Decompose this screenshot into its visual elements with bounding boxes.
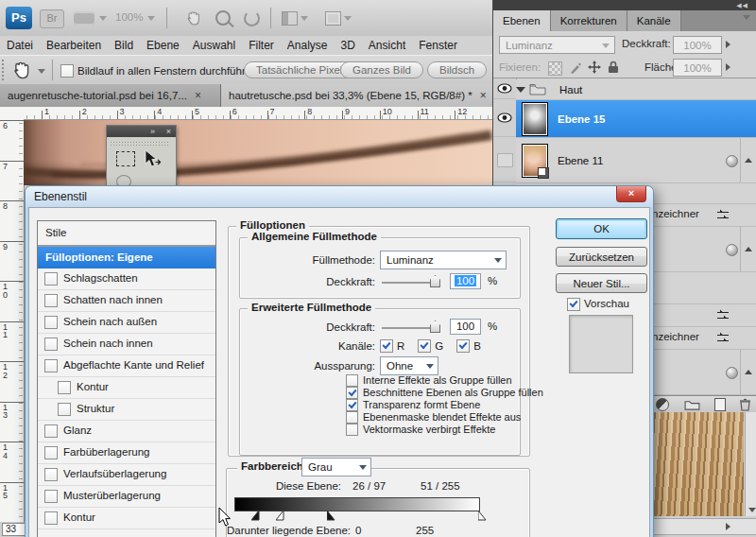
expand-group-icon[interactable] <box>516 87 525 93</box>
collapse-to-icons-icon[interactable]: ◀◀ <box>736 0 748 10</box>
zoom-tool-icon[interactable] <box>215 10 231 26</box>
panel-menu-icon[interactable] <box>743 15 750 20</box>
menu-item[interactable]: Bild <box>108 39 140 52</box>
advanced-option-checkbox[interactable] <box>346 374 358 387</box>
layer-name[interactable]: Ebene 15 <box>558 113 606 125</box>
layer-group-row[interactable]: Haut <box>516 79 756 100</box>
style-list-item[interactable]: Schlagschatten <box>38 268 215 290</box>
lock-all-icon[interactable] <box>608 61 619 74</box>
new-style-button[interactable]: Neuer Stil... <box>556 273 647 293</box>
blendif-marker[interactable] <box>478 511 487 521</box>
menu-item[interactable]: Analyse <box>281 39 335 52</box>
blend-mode-select[interactable]: Luminanz <box>380 251 507 269</box>
vertical-scrollbar[interactable] <box>745 412 756 516</box>
arrange-dropdown-icon[interactable] <box>301 16 308 21</box>
move-tool-icon[interactable] <box>143 149 163 170</box>
rotate-view-icon[interactable] <box>244 10 260 26</box>
horizontal-ruler[interactable]: 123456789101112 <box>24 107 492 120</box>
style-list-item[interactable]: Schein nach außen <box>38 312 215 334</box>
bridge-button[interactable]: Br <box>40 9 64 28</box>
lock-pixels-brush-icon[interactable] <box>569 61 582 75</box>
reset-button[interactable]: Zurücksetzen <box>556 247 647 267</box>
vertical-ruler[interactable]: 678910111213141516 <box>0 120 25 522</box>
advanced-option-row[interactable]: Interne Effekte als Gruppe füllen <box>346 374 525 387</box>
smart-filter-badge-icon[interactable] <box>726 367 738 379</box>
panel-tab[interactable]: Ebenen <box>493 10 551 31</box>
options-bar-button[interactable]: Tatsächliche Pixel <box>244 61 354 78</box>
blendif-marker[interactable] <box>276 511 284 521</box>
tool-preset-dropdown-icon[interactable] <box>38 69 45 74</box>
document-tab-active[interactable]: hautretusche.psd bei 33,3% (Ebene 15, RG… <box>221 84 492 107</box>
close-tab-icon[interactable]: × <box>480 84 487 107</box>
panel-tab[interactable]: Korrekturen <box>551 10 627 31</box>
close-panel-icon[interactable]: × <box>166 126 171 137</box>
layer-row-selected[interactable]: Ebene 15 <box>516 100 756 138</box>
menu-item[interactable]: Fenster <box>412 39 464 52</box>
marquee-tool-icon[interactable] <box>116 151 135 166</box>
style-list-item[interactable]: Struktur <box>38 399 215 421</box>
style-checkbox[interactable] <box>44 338 58 351</box>
layer-row[interactable]: Ebene 11 <box>516 138 756 183</box>
close-tab-icon[interactable]: × <box>195 84 201 107</box>
layer-fill-field[interactable]: 100% <box>673 59 722 77</box>
style-checkbox[interactable] <box>58 403 71 416</box>
lock-transparency-icon[interactable] <box>548 61 562 76</box>
advanced-option-row[interactable]: Vektormaske verbirgt Effekte <box>346 424 525 436</box>
panel-tab[interactable]: Kanäle <box>627 10 681 31</box>
layer-thumbnail[interactable] <box>522 144 548 178</box>
advanced-option-checkbox[interactable] <box>346 424 358 436</box>
layer-blend-mode-select[interactable]: Luminanz <box>499 36 615 54</box>
lock-position-icon[interactable] <box>588 61 601 74</box>
menu-item[interactable]: Datei <box>0 39 40 52</box>
style-checkbox[interactable] <box>44 294 58 307</box>
knockout-select[interactable]: Ohne <box>380 356 438 375</box>
screen-mode-dropdown-icon[interactable] <box>344 16 352 21</box>
ok-button[interactable]: OK <box>556 218 647 239</box>
dock-collapse-bar[interactable]: ◀◀ <box>493 0 756 10</box>
delete-layer-icon[interactable] <box>739 398 751 411</box>
document-canvas[interactable] <box>24 120 492 185</box>
style-checkbox[interactable] <box>58 381 71 394</box>
collapse-effects-icon[interactable] <box>745 370 752 374</box>
style-checkbox[interactable] <box>44 272 58 286</box>
styles-list-selected-item[interactable]: Fülloptionen: Eigene <box>38 247 215 268</box>
advanced-option-row[interactable]: Ebenenmaske blendet Effekte aus <box>346 411 525 424</box>
dialog-titlebar[interactable]: Ebenenstil × <box>26 186 653 207</box>
effects-collapse-column[interactable] <box>740 350 756 394</box>
channel-option[interactable]: G <box>418 339 443 353</box>
layer-opacity-field[interactable]: 100% <box>673 36 722 54</box>
style-checkbox[interactable] <box>44 511 58 525</box>
menu-item[interactable]: Bearbeiten <box>40 39 108 52</box>
palette-header[interactable]: » × <box>107 126 176 137</box>
visibility-cell-selected-layer[interactable] <box>493 99 516 137</box>
scroll-all-windows-checkbox[interactable] <box>60 64 74 78</box>
floating-tool-palette[interactable]: » × <box>106 125 177 187</box>
scroll-right-icon[interactable] <box>726 523 730 530</box>
visibility-cell-hidden-layer[interactable] <box>493 137 516 182</box>
scroll-down-icon[interactable] <box>748 508 756 512</box>
menu-item[interactable]: Auswahl <box>186 39 242 52</box>
channel-checkbox[interactable] <box>456 339 470 353</box>
options-bar-grip[interactable] <box>1 59 6 81</box>
channel-option[interactable]: B <box>456 339 481 353</box>
filmstrip-dropdown-icon[interactable] <box>99 16 107 21</box>
menu-item[interactable]: 3D <box>335 39 362 52</box>
smart-filter-badge-icon[interactable] <box>726 155 738 167</box>
style-checkbox[interactable] <box>44 359 58 372</box>
horizontal-scrollbar[interactable] <box>654 518 756 535</box>
visibility-cell-group[interactable] <box>493 78 516 99</box>
collapse-effects-icon[interactable] <box>745 247 752 251</box>
style-list-item[interactable]: Abgeflachte Kante und Relief <box>38 355 215 377</box>
fill-slider-arrow-icon[interactable] <box>726 63 730 71</box>
channel-checkbox[interactable] <box>380 339 393 353</box>
blendif-marker[interactable] <box>251 511 260 521</box>
style-checkbox[interactable] <box>44 468 58 481</box>
hand-tool-preset-icon[interactable] <box>11 60 32 80</box>
channel-checkbox[interactable] <box>418 339 431 353</box>
channel-option[interactable]: R <box>380 339 404 353</box>
advanced-opacity-field[interactable]: 100 <box>450 319 481 335</box>
style-list-item[interactable]: Schatten nach innen <box>38 290 215 312</box>
layer-name[interactable]: Ebene 11 <box>558 155 603 166</box>
status-zoom-field[interactable]: 33 <box>2 523 27 536</box>
screen-mode-icon[interactable] <box>325 11 341 26</box>
